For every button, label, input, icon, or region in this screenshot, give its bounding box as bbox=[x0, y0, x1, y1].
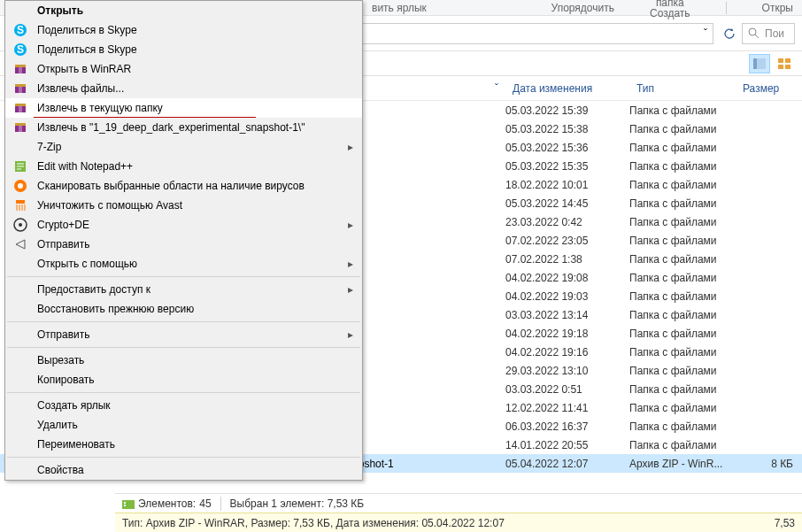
file-date: 06.03.2022 16:37 bbox=[505, 420, 629, 433]
svg-rect-23 bbox=[19, 126, 22, 132]
submenu-arrow-icon: ▸ bbox=[348, 141, 353, 153]
menu-item-label: Открыть bbox=[37, 4, 83, 17]
menu-item[interactable]: Отправить bbox=[5, 235, 362, 254]
search-icon bbox=[748, 27, 760, 39]
file-type: Папка с файлами bbox=[629, 197, 736, 210]
menu-item[interactable]: Восстановить прежнюю версию bbox=[5, 299, 362, 319]
menu-item[interactable]: Создать ярлык bbox=[5, 396, 362, 415]
menu-item[interactable]: Crypto+DE▸ bbox=[5, 215, 362, 235]
view-icons-button[interactable] bbox=[774, 54, 795, 73]
file-date: 23.03.2022 0:42 bbox=[505, 216, 629, 228]
menu-item[interactable]: Отправить▸ bbox=[5, 325, 362, 344]
menu-item[interactable]: Свойства bbox=[5, 460, 362, 480]
file-date: 05.04.2022 12:07 bbox=[505, 458, 629, 470]
ribbon-sep bbox=[726, 2, 727, 14]
col-date[interactable]: Дата изменения bbox=[505, 76, 629, 100]
selected-info: Выбран 1 элемент: 7,53 КБ bbox=[230, 497, 365, 510]
svg-rect-14 bbox=[19, 67, 22, 73]
file-type: Папка с файлами bbox=[629, 272, 736, 284]
menu-item-label: Удалить bbox=[37, 419, 78, 431]
menu-item[interactable]: Извлечь файлы... bbox=[5, 79, 362, 98]
ribbon-open[interactable]: Откры bbox=[762, 2, 793, 14]
menu-item-label: Извлечь файлы... bbox=[37, 82, 124, 95]
search-input[interactable]: Пои bbox=[742, 23, 795, 44]
file-date: 05.03.2022 15:36 bbox=[505, 142, 629, 154]
menu-item[interactable]: 7-Zip▸ bbox=[5, 137, 362, 157]
menu-item[interactable]: Edit with Notepad++ bbox=[5, 157, 362, 176]
file-type: Папка с файлами bbox=[629, 104, 736, 117]
menu-item-label: Создать ярлык bbox=[37, 399, 111, 412]
sort-indicator: ˇ bbox=[495, 82, 498, 95]
file-type: Папка с файлами bbox=[629, 160, 736, 173]
file-date: 29.03.2022 13:10 bbox=[505, 365, 629, 377]
chevron-down-icon[interactable]: ˇ bbox=[704, 27, 707, 40]
menu-item-label: Предоставить доступ к bbox=[37, 283, 150, 296]
menu-item-label: Уничтожить с помощью Avast bbox=[37, 199, 182, 212]
ribbon-shortcut: вить ярлык bbox=[372, 2, 427, 14]
menu-item-label: Crypto+DE bbox=[37, 219, 89, 231]
menu-item-label: Вырезать bbox=[37, 354, 84, 366]
menu-item[interactable]: SПоделиться в Skype bbox=[5, 40, 362, 59]
file-date: 14.01.2022 20:55 bbox=[505, 439, 629, 451]
file-size: 8 КБ bbox=[736, 458, 802, 470]
menu-item[interactable]: Копировать bbox=[5, 370, 362, 389]
submenu-arrow-icon: ▸ bbox=[348, 219, 353, 231]
menu-item[interactable]: Переименовать bbox=[5, 435, 362, 454]
menu-item[interactable]: Предоставить доступ к▸ bbox=[5, 280, 362, 299]
file-type: Папка с файлами bbox=[629, 402, 736, 414]
menu-item-label: Отправить bbox=[37, 328, 90, 341]
menu-item[interactable]: Вырезать bbox=[5, 351, 362, 370]
view-details-button[interactable] bbox=[749, 54, 770, 73]
file-type: Папка с файлами bbox=[629, 365, 736, 377]
menu-item[interactable]: Сканировать выбранные области на наличие… bbox=[5, 176, 362, 196]
search-placeholder: Пои bbox=[765, 27, 784, 40]
menu-item[interactable]: Удалить bbox=[5, 415, 362, 435]
svg-rect-5 bbox=[785, 58, 790, 63]
status-bar: Элементов: 45 Выбран 1 элемент: 7,53 КБ bbox=[115, 493, 802, 513]
ribbon-create[interactable]: Создать bbox=[650, 8, 690, 19]
menu-item[interactable]: Извлечь в текущую папку bbox=[5, 98, 362, 118]
ribbon-organize[interactable]: Упорядочить bbox=[551, 2, 614, 14]
file-date: 05.03.2022 14:45 bbox=[505, 197, 629, 210]
svg-rect-19 bbox=[15, 104, 26, 106]
menu-separator bbox=[7, 457, 360, 458]
svg-text:S: S bbox=[17, 43, 24, 56]
svg-point-0 bbox=[749, 28, 756, 35]
menu-item-label: Открыть в WinRAR bbox=[37, 63, 131, 75]
menu-separator bbox=[7, 321, 360, 322]
file-type: Папка с файлами bbox=[629, 123, 736, 135]
col-type[interactable]: Тип bbox=[629, 76, 736, 100]
refresh-button[interactable] bbox=[717, 21, 742, 46]
file-date: 04.02.2022 19:08 bbox=[505, 272, 629, 284]
menu-item[interactable]: Открыть с помощью▸ bbox=[5, 254, 362, 274]
file-date: 04.02.2022 19:03 bbox=[505, 290, 629, 303]
submenu-arrow-icon: ▸ bbox=[348, 283, 353, 296]
menu-item-label: Извлечь в текущую папку bbox=[37, 102, 163, 114]
menu-separator bbox=[7, 276, 360, 277]
menu-item-label: Свойства bbox=[37, 464, 84, 476]
menu-item[interactable]: Извлечь в "1_19_deep_dark_experimental_s… bbox=[5, 118, 362, 137]
file-date: 05.03.2022 15:35 bbox=[505, 160, 629, 173]
menu-item-label: Восстановить прежнюю версию bbox=[37, 303, 194, 315]
file-date: 04.02.2022 19:16 bbox=[505, 346, 629, 359]
file-type: Папка с файлами bbox=[629, 328, 736, 340]
menu-item[interactable]: Уничтожить с помощью Avast bbox=[5, 196, 362, 215]
svg-rect-13 bbox=[15, 65, 26, 67]
file-date: 12.02.2022 11:41 bbox=[505, 402, 629, 414]
tooltip-right: 7,53 bbox=[775, 517, 795, 529]
menu-separator bbox=[7, 392, 360, 393]
menu-item-label: Переименовать bbox=[37, 438, 115, 451]
menu-item[interactable]: Открыть bbox=[5, 1, 362, 20]
file-type: Архив ZIP - WinR... bbox=[629, 458, 736, 470]
svg-rect-3 bbox=[753, 58, 757, 69]
svg-rect-32 bbox=[124, 505, 126, 506]
menu-item[interactable]: Открыть в WinRAR bbox=[5, 59, 362, 79]
file-date: 18.02.2022 10:01 bbox=[505, 179, 629, 191]
file-type: Папка с файлами bbox=[629, 383, 736, 396]
svg-rect-22 bbox=[15, 123, 26, 126]
svg-rect-31 bbox=[124, 502, 126, 504]
svg-rect-7 bbox=[785, 65, 790, 69]
file-date: 04.02.2022 19:18 bbox=[505, 328, 629, 340]
menu-item[interactable]: SПоделиться в Skype bbox=[5, 20, 362, 40]
col-size[interactable]: Размер bbox=[736, 76, 802, 100]
